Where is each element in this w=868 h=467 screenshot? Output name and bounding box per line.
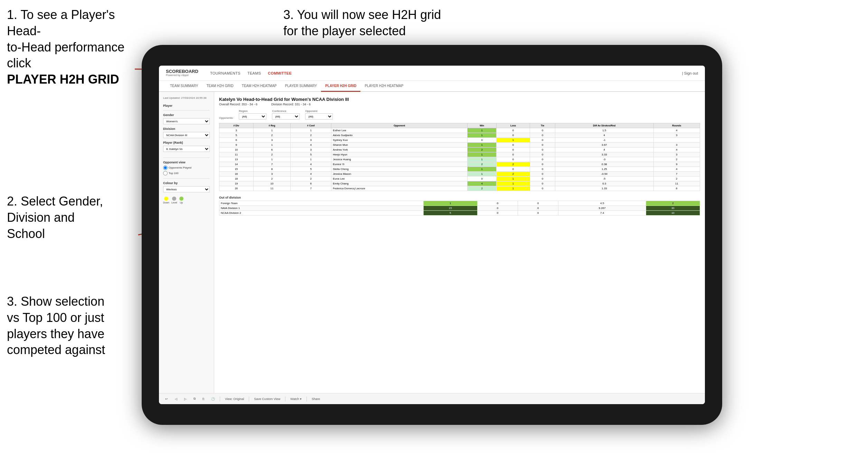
table-row: 18 2 2 Euna Lee 0 1 0 -5 2 (219, 177, 700, 181)
view-original-btn[interactable]: View: Original (223, 397, 246, 401)
table-row: 19 10 6 Emily Chang 4 1 0 0.3 11 (219, 181, 700, 186)
sign-out[interactable]: | Sign out (682, 71, 698, 75)
tablet-screen: SCOREBOARD Powered by clippd TOURNAMENTS… (159, 66, 705, 404)
copy-btn[interactable]: ⧉ (191, 396, 198, 401)
table-row: 3 1 1 Esther Lee 1 0 0 1.5 4 (219, 128, 700, 133)
table-row: 15 8 5 Stella Cheng 1 0 0 1.25 4 (219, 167, 700, 172)
gender-label: Gender (163, 113, 210, 117)
player-rank-label: Player (Rank) (163, 141, 210, 144)
opponents-label: Opponents: (219, 116, 233, 120)
conference-dropdown[interactable]: (All) (272, 113, 300, 120)
left-sidebar: Last Updated: 27/03/2024 16:55:38 Player… (159, 92, 214, 393)
colour-dot-down (164, 197, 168, 201)
top-nav: SCOREBOARD Powered by clippd TOURNAMENTS… (159, 66, 705, 81)
colour-dot-up (179, 197, 183, 201)
instruction-step2: 2. Select Gender, Division and School (7, 193, 103, 242)
nav-committee[interactable]: COMMITTEE (268, 71, 292, 75)
col-opponent: Opponent (331, 123, 468, 128)
gender-dropdown[interactable]: Women's Men's (163, 118, 210, 124)
filter-opponent: Opponent (All) (305, 109, 333, 120)
player-rank-dropdown[interactable]: 8. Katelyn Vo (163, 146, 210, 152)
out-of-division-title: Out of division (219, 196, 700, 199)
opponent-view-label: Opponent view (163, 161, 210, 164)
sub-nav-team-summary[interactable]: TEAM SUMMARY (166, 81, 202, 92)
col-div: # Div (219, 123, 254, 128)
colour-dropdown[interactable]: Win/loss (163, 186, 210, 192)
filter-region: Region (All) (239, 109, 266, 120)
table-row: 9 1 4 Sharon Mun 1 0 0 3.67 3 (219, 143, 700, 147)
radio-top100[interactable]: Top 100 (163, 171, 210, 175)
out-of-division-table: Foreign Team 1 0 0 4.5 2 NAIA Division 1… (219, 201, 700, 216)
toolbar-sep2 (249, 397, 249, 401)
table-row: 16 3 4 Jessica Mason 1 2 0 -0.94 7 (219, 172, 700, 177)
opponent-view-radios: Opponents Played Top 100 (163, 165, 210, 175)
out-division-row: NCAA Division 2 5 0 0 7.4 10 (219, 211, 700, 216)
share-btn[interactable]: Share (310, 397, 322, 401)
toolbar-sep4 (306, 397, 307, 401)
instruction-step3a: 3. You will now see H2H grid for the pla… (283, 7, 441, 39)
out-division-row: NAIA Division 1 15 0 0 9.267 30 (219, 206, 700, 211)
sub-nav-player-h2h-heatmap[interactable]: PLAYER H2H HEATMAP (360, 81, 407, 92)
region-dropdown[interactable]: (All) (239, 113, 266, 120)
toolbar-sep1 (220, 397, 220, 401)
table-row: 14 7 4 Eunice Yi 2 2 0 0.38 9 (219, 162, 700, 167)
col-diff: Diff Av Strokes/Rnd (555, 123, 653, 128)
col-win: Win (468, 123, 497, 128)
table-row: 11 2 5 Heejo Hyun 1 0 0 3.33 3 (219, 152, 700, 157)
table-row: 6 3 3 Sydney Kuo 0 1 0 -1 (219, 138, 700, 143)
back-btn[interactable]: ◁ (173, 397, 179, 401)
col-tie: Tie (530, 123, 555, 128)
sub-nav-player-summary[interactable]: PLAYER SUMMARY (281, 81, 321, 92)
out-division-row: Foreign Team 1 0 0 4.5 2 (219, 201, 700, 206)
division-label: Division (163, 127, 210, 131)
division-dropdown[interactable]: NCAA Division III NCAA Division I NCAA D… (163, 132, 210, 138)
timestamp: Last Updated: 27/03/2024 16:55:38 (163, 96, 210, 100)
content-subtitle: Overall Record: 353 - 34 - 6 Division Re… (219, 103, 700, 106)
colour-dot-level (172, 197, 176, 201)
col-reg: # Reg (253, 123, 291, 128)
sub-nav-team-h2h-grid[interactable]: TEAM H2H GRID (202, 81, 238, 92)
logo: SCOREBOARD Powered by clippd (166, 69, 198, 77)
filter-row: Opponents: Region (All) Conference (All) (219, 109, 700, 120)
toolbar-sep3 (285, 397, 285, 401)
content-title: Katelyn Vo Head-to-Head Grid for Women's… (219, 97, 700, 102)
sub-nav-player-h2h-grid[interactable]: PLAYER H2H GRID (321, 81, 360, 92)
right-content: Katelyn Vo Head-to-Head Grid for Women's… (214, 92, 705, 393)
opponent-dropdown[interactable]: (All) (305, 113, 333, 120)
paste-btn[interactable]: ⎘ (200, 397, 206, 401)
forward-btn[interactable]: ▷ (182, 397, 189, 401)
sub-nav: TEAM SUMMARY TEAM H2H GRID TEAM H2H HEAT… (159, 81, 705, 92)
tablet-frame: SCOREBOARD Powered by clippd TOURNAMENTS… (142, 45, 722, 425)
nav-tournaments[interactable]: TOURNAMENTS (210, 71, 240, 75)
colour-legend: Down Level Up (163, 197, 210, 204)
bottom-toolbar: ↩ ◁ ▷ ⧉ ⎘ 🕐 View: Original Save Custom V… (159, 393, 705, 404)
colour-label: Colour by (163, 181, 210, 185)
table-row: 13 1 1 Jessica Huang 1 0 0 -3 2 (219, 157, 700, 162)
main-content: Last Updated: 27/03/2024 16:55:38 Player… (159, 92, 705, 393)
sub-nav-team-h2h-heatmap[interactable]: TEAM H2H HEATMAP (238, 81, 281, 92)
undo-btn[interactable]: ↩ (163, 397, 170, 401)
table-row: 10 6 3 Andrea York 2 0 0 4 4 (219, 147, 700, 152)
table-row: 20 11 7 Federica Domecq Lacroze 2 1 0 1.… (219, 186, 700, 191)
save-custom-btn[interactable]: Save Custom View (252, 397, 282, 401)
filter-conference: Conference (All) (272, 109, 300, 120)
clock-btn[interactable]: 🕐 (209, 397, 217, 401)
watch-btn[interactable]: Watch ▾ (288, 397, 304, 401)
radio-opponents-played[interactable]: Opponents Played (163, 165, 210, 170)
col-loss: Loss (496, 123, 530, 128)
player-section-title: Player (163, 104, 210, 107)
table-row: 5 2 2 Alexis Sudjianto 1 0 0 4 3 (219, 133, 700, 138)
instruction-step1: 1. To see a Player's Head- to-Head perfo… (7, 7, 138, 88)
col-conf: # Conf (291, 123, 331, 128)
col-rounds: Rounds (653, 123, 700, 128)
nav-teams[interactable]: TEAMS (247, 71, 261, 75)
nav-items: TOURNAMENTS TEAMS COMMITTEE (210, 71, 292, 75)
data-table: # Div # Reg # Conf Opponent Win Loss Tie… (219, 123, 700, 191)
instruction-step3b: 3. Show selection vs Top 100 or just pla… (7, 294, 105, 358)
